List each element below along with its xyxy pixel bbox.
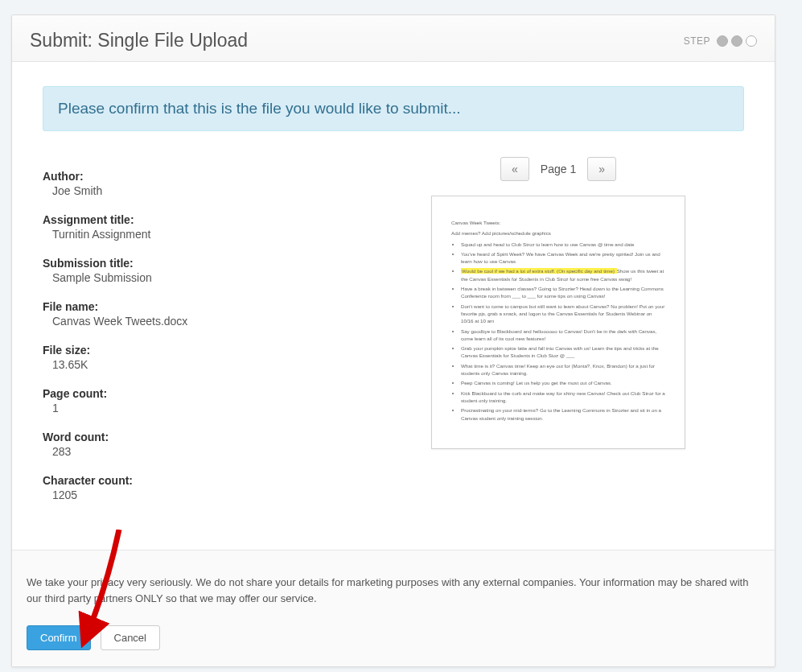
- preview-subtitle: Add memes? Add pictures/schedule graphic…: [451, 229, 665, 237]
- page-count-label: Page count:: [43, 387, 348, 400]
- preview-bullet: Kick Blackboard to the curb and make way…: [461, 390, 665, 405]
- file-name-value: Canvas Week Tweets.docx: [52, 315, 348, 328]
- confirm-button[interactable]: Confirm: [27, 625, 91, 650]
- word-count-label: Word count:: [43, 431, 348, 443]
- preview-bullet: Grab your pumpkin spice latte and fall i…: [461, 344, 665, 360]
- assignment-title-label: Assignment title:: [43, 213, 348, 226]
- next-page-button[interactable]: »: [587, 157, 616, 181]
- preview-bullet: What time is it? Canvas time! Keep an ey…: [461, 362, 665, 377]
- file-size-label: File size:: [43, 344, 348, 357]
- preview-bullet: Don't want to come to campus but still w…: [461, 303, 665, 325]
- character-count-label: Character count:: [43, 474, 348, 487]
- dialog-footer: We take your privacy very seriously. We …: [12, 550, 775, 666]
- step-dot-3: [746, 35, 757, 47]
- preview-bullet: You've heard of Spirit Week? We have Can…: [461, 250, 665, 266]
- file-name-label: File name:: [43, 300, 348, 313]
- preview-bullet-list: Squad up and head to Club Stroz to learn…: [451, 241, 665, 422]
- character-count-value: 1205: [52, 489, 348, 501]
- preview-column: « Page 1 » Canvas Week Tweets: Add memes…: [372, 157, 744, 530]
- submit-dialog: Submit: Single File Upload STEP Please c…: [11, 14, 775, 667]
- preview-bullet: Have a break in between classes? Going t…: [461, 285, 665, 300]
- author-label: Author:: [43, 170, 348, 183]
- confirm-alert: Please confirm that this is the file you…: [43, 86, 744, 131]
- preview-bullet: Peep Canvas is coming! Let us help you g…: [461, 379, 665, 386]
- preview-bullet: Procrastinating on your mid-terms? Go to…: [461, 406, 665, 422]
- dialog-title: Submit: Single File Upload: [30, 30, 248, 52]
- dialog-header: Submit: Single File Upload STEP: [12, 15, 775, 62]
- submission-title-value: Sample Submission: [52, 271, 348, 284]
- submission-title-label: Submission title:: [43, 257, 348, 270]
- preview-bullet: Say goodbye to Blackboard and helloooooo…: [461, 328, 665, 343]
- author-value: Joe Smith: [52, 184, 348, 197]
- preview-bullet: Squad up and head to Club Stroz to learn…: [461, 241, 665, 248]
- privacy-notice: We take your privacy very seriously. We …: [27, 575, 760, 606]
- step-indicator: STEP: [684, 35, 757, 47]
- step-label: STEP: [684, 35, 710, 47]
- prev-page-button[interactable]: «: [500, 157, 529, 181]
- page-count-value: 1: [52, 402, 348, 414]
- file-size-value: 13.65K: [52, 358, 348, 371]
- word-count-value: 283: [52, 445, 348, 458]
- dialog-body: Please confirm that this is the file you…: [12, 62, 775, 550]
- page-label: Page 1: [541, 163, 576, 175]
- step-dot-1: [717, 35, 728, 47]
- step-dot-2: [731, 35, 742, 47]
- cancel-button[interactable]: Cancel: [101, 625, 160, 650]
- document-preview: Canvas Week Tweets: Add memes? Add pictu…: [431, 196, 685, 449]
- assignment-title-value: Turnitin Assignment: [52, 228, 348, 241]
- page-navigator: « Page 1 »: [500, 157, 616, 181]
- preview-bullet: Would be cool if we had a lot of extra s…: [461, 267, 665, 282]
- submission-metadata: Author: Joe Smith Assignment title: Turn…: [43, 170, 348, 517]
- preview-title: Canvas Week Tweets:: [451, 219, 665, 226]
